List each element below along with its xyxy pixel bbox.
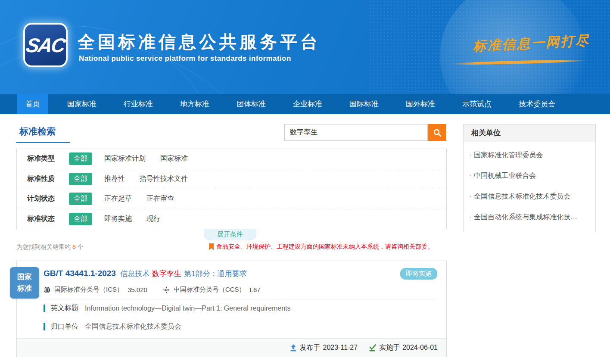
result-summary: 为您找到相关结果约6个: [16, 243, 84, 251]
standard-title-highlight: 数字孪生: [152, 270, 181, 278]
result-count: 6: [72, 243, 76, 250]
search-input[interactable]: [284, 124, 428, 141]
related-unit-link[interactable]: ·中国机械工业联合会: [464, 165, 595, 186]
filter-option[interactable]: 现行: [146, 215, 160, 224]
related-units-title: 相关单位: [464, 124, 595, 142]
related-units-panel: 相关单位 ·国家标准化管理委员会 ·中国机械工业联合会 ·全国信息技术标准化技术…: [463, 124, 596, 232]
standard-type-badge[interactable]: 国家 标准: [10, 267, 39, 299]
filter-panel: 标准类型 全部 国家标准计划 国家标准 标准性质 全部 推荐性 指导性技术文件 …: [16, 149, 447, 229]
nav-item-industry-standards[interactable]: 行业标准: [115, 94, 161, 114]
teal-bar-decoration: [44, 323, 45, 330]
filter-all-badge[interactable]: 全部: [69, 152, 92, 165]
filter-row-standard-status: 标准状态 全部 即将实施 现行: [17, 209, 446, 229]
english-title-row: 英文标题 Information technology—Digital twin…: [44, 304, 291, 313]
main-nav: 首页 国家标准 行业标准 地方标准 团体标准 企业标准 国际标准 国外标准 示范…: [0, 94, 610, 114]
standard-title-part1: 信息技术: [120, 270, 149, 278]
list-bullet: ·: [469, 151, 471, 159]
filter-option[interactable]: 推荐性: [104, 174, 125, 184]
publish-label: 发布于: [300, 343, 321, 352]
related-unit-label: 全国信息技术标准化技术委员会: [474, 193, 570, 200]
nav-item-group-standards[interactable]: 团体标准: [228, 94, 274, 114]
ccs-value: L67: [250, 286, 261, 293]
bookmark-icon: [209, 243, 214, 250]
related-units-list: ·国家标准化管理委员会 ·中国机械工业联合会 ·全国信息技术标准化技术委员会 ·…: [464, 142, 595, 232]
english-title-value: Information technology—Digital twin—Part…: [85, 305, 291, 312]
card-divider: [44, 299, 438, 299]
filter-option[interactable]: 即将实施: [104, 215, 132, 224]
main-content: 标准检索 标准类型 全部 国家标准计划 国家标准 标准性质 全部 推荐性 指导性…: [0, 114, 610, 364]
nav-item-international-standards[interactable]: 国际标准: [341, 94, 387, 114]
committee-label: 归口单位: [51, 322, 78, 331]
filter-option[interactable]: 指导性技术文件: [140, 174, 188, 184]
english-title-label: 英文标题: [51, 304, 78, 313]
search-icon: [433, 128, 442, 137]
sac-logo[interactable]: SAC: [25, 25, 66, 65]
site-subtitle: National public service platform for sta…: [79, 54, 291, 63]
list-bullet: ·: [469, 172, 471, 179]
nav-item-enterprise-standards[interactable]: 企业标准: [285, 94, 330, 114]
ics-value: 35.020: [128, 286, 147, 293]
filter-all-badge[interactable]: 全部: [69, 173, 92, 185]
filter-label: 标准状态: [27, 215, 69, 224]
page-title: 标准检索: [19, 125, 56, 137]
result-summary-prefix: 为您找到相关结果约: [16, 243, 71, 250]
nav-item-home[interactable]: 首页: [17, 94, 48, 114]
committee-value: 全国信息技术标准化技术委员会: [85, 322, 181, 331]
card-footer: 发布于 2023-11-27 实施于 2024-06-01: [17, 338, 446, 357]
standard-code: GB/T 43441.1-2023: [44, 269, 116, 278]
nav-item-national-standards[interactable]: 国家标准: [59, 94, 105, 114]
filter-all-badge[interactable]: 全部: [69, 213, 92, 225]
nav-item-technical-committee[interactable]: 技术委员会: [510, 94, 563, 114]
nav-item-pilot[interactable]: 示范试点: [454, 94, 500, 114]
filter-all-badge[interactable]: 全部: [69, 193, 92, 205]
publish-date-group: 发布于 2023-11-27: [290, 343, 358, 352]
globe-icon: [44, 286, 50, 293]
filter-option[interactable]: 正在审查: [146, 194, 174, 203]
related-unit-link[interactable]: ·国家标准化管理委员会: [464, 145, 595, 165]
page-title-underline: [16, 142, 70, 143]
filter-row-standard-nature: 标准性质 全部 推荐性 指导性技术文件: [17, 169, 446, 190]
filter-label: 标准性质: [27, 174, 69, 184]
related-unit-link[interactable]: ·全国自动化系统与集成标准化技…: [464, 207, 595, 227]
ccs-label: 中国标准分类号（CCS）: [174, 286, 246, 294]
type-badge-line1: 国家: [17, 271, 32, 283]
site-header: SAC 全国标准信息公共服务平台 National public service…: [0, 0, 610, 94]
sac-logo-text: SAC: [25, 34, 67, 57]
implement-check-icon: [369, 344, 376, 352]
ics-label: 国际标准分类号（ICS）: [54, 286, 123, 294]
filter-option[interactable]: 国家标准计划: [104, 154, 146, 163]
expand-conditions-button[interactable]: 展开条件: [204, 229, 256, 240]
standard-title-part2: 第1部分：通用要求: [184, 270, 246, 278]
list-bullet: ·: [469, 213, 471, 221]
committee-row: 归口单位 全国信息技术标准化技术委员会: [44, 322, 181, 331]
related-unit-label: 中国机械工业联合会: [474, 172, 536, 179]
filter-option[interactable]: 正在起草: [104, 194, 132, 203]
filter-label: 标准类型: [27, 154, 69, 163]
site-title: 全国标准信息公共服务平台: [78, 30, 321, 54]
publish-icon: [290, 344, 297, 352]
filter-row-standard-type: 标准类型 全部 国家标准计划 国家标准: [17, 149, 446, 169]
list-bullet: ·: [469, 193, 471, 200]
teal-bar-decoration: [44, 305, 45, 312]
nav-item-foreign-standards[interactable]: 国外标准: [398, 94, 443, 114]
related-unit-label: 全国自动化系统与集成标准化技…: [474, 213, 577, 221]
search-button[interactable]: [428, 124, 446, 141]
type-badge-line2: 标准: [17, 283, 32, 294]
classification-row: 国际标准分类号（ICS） 35.020 中国标准分类号（CCS） L67: [44, 286, 261, 294]
publish-date: 2023-11-27: [323, 344, 358, 352]
nav-item-local-standards[interactable]: 地方标准: [172, 94, 218, 114]
result-card: 国家 标准 GB/T 43441.1-2023信息技术数字孪生第1部分：通用要求…: [16, 261, 447, 357]
standard-title-link[interactable]: GB/T 43441.1-2023信息技术数字孪生第1部分：通用要求: [44, 269, 246, 279]
related-unit-label: 国家标准化管理委员会: [474, 151, 543, 159]
system-notice: 食品安全、环境保护、工程建设方面的国家标准未纳入本系统，请咨询相关部委。: [209, 243, 433, 251]
result-summary-suffix: 个: [78, 243, 84, 250]
implement-date: 2024-06-01: [402, 344, 438, 352]
implement-label: 实施于: [379, 343, 400, 352]
related-unit-link[interactable]: ·全国信息技术标准化技术委员会: [464, 186, 595, 207]
filter-option[interactable]: 国家标准: [160, 154, 188, 163]
notice-text: 食品安全、环境保护、工程建设方面的国家标准未纳入本系统，请咨询相关部委。: [216, 243, 433, 251]
status-badge: 即将实施: [400, 268, 437, 280]
filter-row-plan-status: 计划状态 全部 正在起草 正在审查: [17, 189, 446, 209]
compass-icon: [163, 286, 170, 293]
implement-date-group: 实施于 2024-06-01: [369, 343, 438, 352]
